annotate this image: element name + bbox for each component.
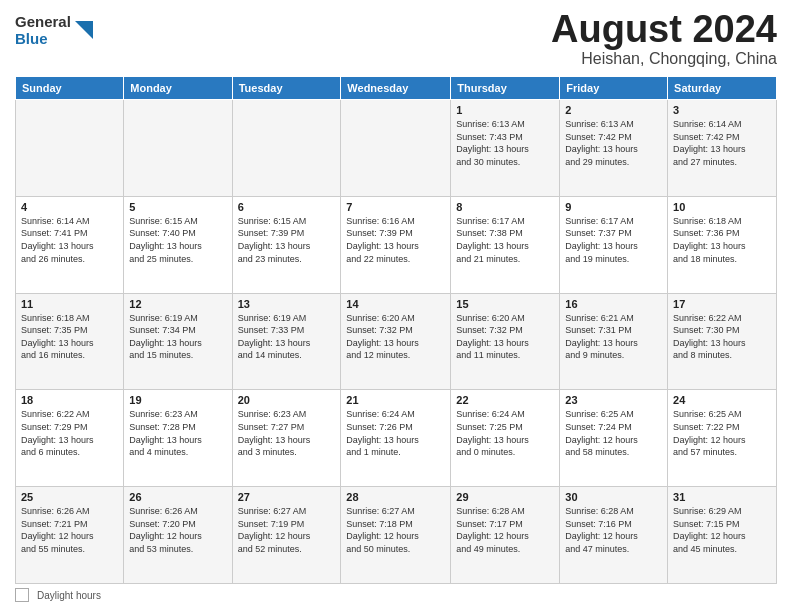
day-number: 3 <box>673 104 771 116</box>
logo-general: General <box>15 14 71 31</box>
day-info: Sunrise: 6:27 AMSunset: 7:18 PMDaylight:… <box>346 505 445 555</box>
day-number: 2 <box>565 104 662 116</box>
calendar-cell <box>341 100 451 197</box>
calendar-cell <box>16 100 124 197</box>
daylight-box <box>15 588 29 602</box>
day-number: 31 <box>673 491 771 503</box>
calendar-header: SundayMondayTuesdayWednesdayThursdayFrid… <box>16 77 777 100</box>
month-title: August 2024 <box>551 10 777 48</box>
day-number: 30 <box>565 491 662 503</box>
calendar-cell: 27Sunrise: 6:27 AMSunset: 7:19 PMDayligh… <box>232 487 341 584</box>
day-number: 12 <box>129 298 226 310</box>
day-number: 8 <box>456 201 554 213</box>
calendar-cell: 4Sunrise: 6:14 AMSunset: 7:41 PMDaylight… <box>16 196 124 293</box>
calendar-week-5: 25Sunrise: 6:26 AMSunset: 7:21 PMDayligh… <box>16 487 777 584</box>
day-info: Sunrise: 6:23 AMSunset: 7:28 PMDaylight:… <box>129 408 226 458</box>
calendar-cell: 15Sunrise: 6:20 AMSunset: 7:32 PMDayligh… <box>451 293 560 390</box>
calendar-cell: 6Sunrise: 6:15 AMSunset: 7:39 PMDaylight… <box>232 196 341 293</box>
calendar-cell: 13Sunrise: 6:19 AMSunset: 7:33 PMDayligh… <box>232 293 341 390</box>
weekday-header-monday: Monday <box>124 77 232 100</box>
day-info: Sunrise: 6:22 AMSunset: 7:29 PMDaylight:… <box>21 408 118 458</box>
calendar-week-4: 18Sunrise: 6:22 AMSunset: 7:29 PMDayligh… <box>16 390 777 487</box>
day-number: 25 <box>21 491 118 503</box>
day-info: Sunrise: 6:26 AMSunset: 7:21 PMDaylight:… <box>21 505 118 555</box>
title-area: August 2024 Heishan, Chongqing, China <box>551 10 777 68</box>
day-number: 14 <box>346 298 445 310</box>
day-info: Sunrise: 6:16 AMSunset: 7:39 PMDaylight:… <box>346 215 445 265</box>
logo-text: General Blue <box>15 14 71 47</box>
day-info: Sunrise: 6:24 AMSunset: 7:26 PMDaylight:… <box>346 408 445 458</box>
calendar-cell <box>124 100 232 197</box>
calendar-body: 1Sunrise: 6:13 AMSunset: 7:43 PMDaylight… <box>16 100 777 584</box>
daylight-label: Daylight hours <box>37 590 101 601</box>
calendar-cell: 16Sunrise: 6:21 AMSunset: 7:31 PMDayligh… <box>560 293 668 390</box>
calendar-cell: 2Sunrise: 6:13 AMSunset: 7:42 PMDaylight… <box>560 100 668 197</box>
weekday-header-thursday: Thursday <box>451 77 560 100</box>
day-number: 10 <box>673 201 771 213</box>
day-number: 5 <box>129 201 226 213</box>
day-number: 23 <box>565 394 662 406</box>
day-info: Sunrise: 6:20 AMSunset: 7:32 PMDaylight:… <box>456 312 554 362</box>
day-info: Sunrise: 6:24 AMSunset: 7:25 PMDaylight:… <box>456 408 554 458</box>
calendar-week-2: 4Sunrise: 6:14 AMSunset: 7:41 PMDaylight… <box>16 196 777 293</box>
calendar-cell: 20Sunrise: 6:23 AMSunset: 7:27 PMDayligh… <box>232 390 341 487</box>
calendar-cell: 14Sunrise: 6:20 AMSunset: 7:32 PMDayligh… <box>341 293 451 390</box>
day-info: Sunrise: 6:18 AMSunset: 7:36 PMDaylight:… <box>673 215 771 265</box>
footer: Daylight hours <box>15 588 777 602</box>
day-info: Sunrise: 6:17 AMSunset: 7:37 PMDaylight:… <box>565 215 662 265</box>
day-info: Sunrise: 6:13 AMSunset: 7:43 PMDaylight:… <box>456 118 554 168</box>
calendar-cell: 24Sunrise: 6:25 AMSunset: 7:22 PMDayligh… <box>668 390 777 487</box>
calendar-cell: 9Sunrise: 6:17 AMSunset: 7:37 PMDaylight… <box>560 196 668 293</box>
day-number: 13 <box>238 298 336 310</box>
day-info: Sunrise: 6:28 AMSunset: 7:16 PMDaylight:… <box>565 505 662 555</box>
calendar-cell: 10Sunrise: 6:18 AMSunset: 7:36 PMDayligh… <box>668 196 777 293</box>
day-number: 1 <box>456 104 554 116</box>
calendar-cell: 25Sunrise: 6:26 AMSunset: 7:21 PMDayligh… <box>16 487 124 584</box>
calendar-table: SundayMondayTuesdayWednesdayThursdayFrid… <box>15 76 777 584</box>
calendar-cell: 22Sunrise: 6:24 AMSunset: 7:25 PMDayligh… <box>451 390 560 487</box>
day-info: Sunrise: 6:21 AMSunset: 7:31 PMDaylight:… <box>565 312 662 362</box>
page: General Blue August 2024 Heishan, Chongq… <box>0 0 792 612</box>
logo-triangle-icon <box>73 17 95 45</box>
calendar-week-3: 11Sunrise: 6:18 AMSunset: 7:35 PMDayligh… <box>16 293 777 390</box>
day-info: Sunrise: 6:19 AMSunset: 7:33 PMDaylight:… <box>238 312 336 362</box>
day-info: Sunrise: 6:22 AMSunset: 7:30 PMDaylight:… <box>673 312 771 362</box>
calendar-cell: 5Sunrise: 6:15 AMSunset: 7:40 PMDaylight… <box>124 196 232 293</box>
day-number: 21 <box>346 394 445 406</box>
day-info: Sunrise: 6:17 AMSunset: 7:38 PMDaylight:… <box>456 215 554 265</box>
calendar-cell: 11Sunrise: 6:18 AMSunset: 7:35 PMDayligh… <box>16 293 124 390</box>
day-number: 20 <box>238 394 336 406</box>
calendar-cell: 12Sunrise: 6:19 AMSunset: 7:34 PMDayligh… <box>124 293 232 390</box>
day-info: Sunrise: 6:14 AMSunset: 7:41 PMDaylight:… <box>21 215 118 265</box>
day-info: Sunrise: 6:27 AMSunset: 7:19 PMDaylight:… <box>238 505 336 555</box>
calendar-cell: 29Sunrise: 6:28 AMSunset: 7:17 PMDayligh… <box>451 487 560 584</box>
weekday-header-sunday: Sunday <box>16 77 124 100</box>
calendar-cell: 28Sunrise: 6:27 AMSunset: 7:18 PMDayligh… <box>341 487 451 584</box>
calendar-cell: 3Sunrise: 6:14 AMSunset: 7:42 PMDaylight… <box>668 100 777 197</box>
day-info: Sunrise: 6:28 AMSunset: 7:17 PMDaylight:… <box>456 505 554 555</box>
calendar-cell: 18Sunrise: 6:22 AMSunset: 7:29 PMDayligh… <box>16 390 124 487</box>
day-info: Sunrise: 6:25 AMSunset: 7:22 PMDaylight:… <box>673 408 771 458</box>
day-number: 16 <box>565 298 662 310</box>
day-info: Sunrise: 6:13 AMSunset: 7:42 PMDaylight:… <box>565 118 662 168</box>
day-info: Sunrise: 6:15 AMSunset: 7:40 PMDaylight:… <box>129 215 226 265</box>
calendar-cell: 21Sunrise: 6:24 AMSunset: 7:26 PMDayligh… <box>341 390 451 487</box>
day-number: 27 <box>238 491 336 503</box>
day-number: 17 <box>673 298 771 310</box>
day-info: Sunrise: 6:18 AMSunset: 7:35 PMDaylight:… <box>21 312 118 362</box>
logo-blue-text: Blue <box>15 31 71 48</box>
calendar-cell: 30Sunrise: 6:28 AMSunset: 7:16 PMDayligh… <box>560 487 668 584</box>
day-number: 29 <box>456 491 554 503</box>
day-info: Sunrise: 6:14 AMSunset: 7:42 PMDaylight:… <box>673 118 771 168</box>
day-info: Sunrise: 6:19 AMSunset: 7:34 PMDaylight:… <box>129 312 226 362</box>
day-info: Sunrise: 6:26 AMSunset: 7:20 PMDaylight:… <box>129 505 226 555</box>
day-info: Sunrise: 6:25 AMSunset: 7:24 PMDaylight:… <box>565 408 662 458</box>
day-number: 6 <box>238 201 336 213</box>
weekday-header-tuesday: Tuesday <box>232 77 341 100</box>
logo-area: General Blue <box>15 10 95 47</box>
day-number: 24 <box>673 394 771 406</box>
day-number: 9 <box>565 201 662 213</box>
calendar-cell: 1Sunrise: 6:13 AMSunset: 7:43 PMDaylight… <box>451 100 560 197</box>
calendar-cell: 17Sunrise: 6:22 AMSunset: 7:30 PMDayligh… <box>668 293 777 390</box>
weekday-header-wednesday: Wednesday <box>341 77 451 100</box>
